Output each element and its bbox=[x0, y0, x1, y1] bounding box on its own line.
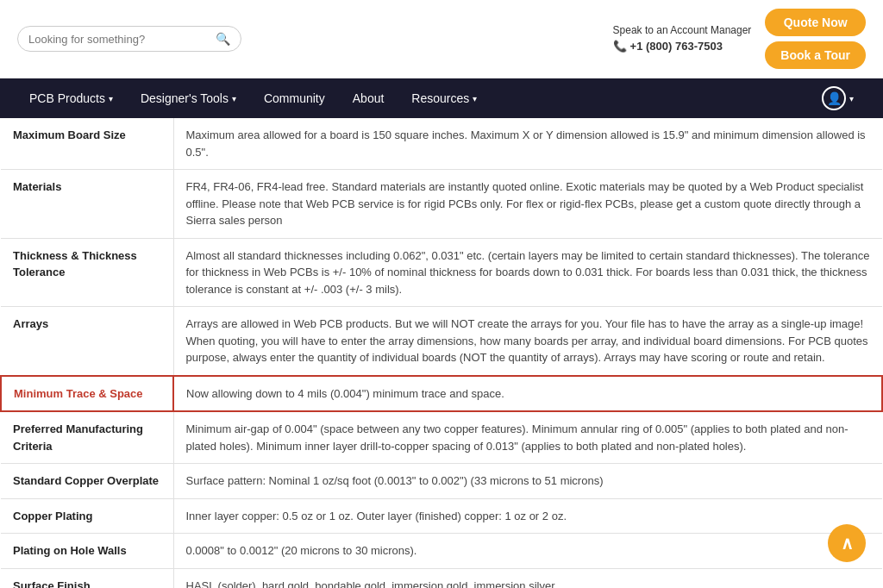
scroll-to-top-button[interactable]: ∧ bbox=[828, 524, 866, 562]
row-label: Thickness & Thickness Tolerance bbox=[1, 238, 173, 307]
row-value: Inner layer copper: 0.5 oz or 1 oz. Oute… bbox=[173, 498, 882, 534]
row-value: Minimum air-gap of 0.004" (space between… bbox=[173, 411, 882, 464]
table-row: Standard Copper OverplateSurface pattern… bbox=[1, 464, 882, 499]
chevron-down-icon: ▾ bbox=[109, 94, 113, 103]
search-input[interactable] bbox=[28, 33, 216, 46]
row-label: Maximum Board Size bbox=[1, 118, 173, 170]
nav-designers-tools-label: Designer's Tools bbox=[141, 91, 229, 105]
row-label: Arrays bbox=[1, 307, 173, 376]
table-row: Thickness & Thickness ToleranceAlmost al… bbox=[1, 238, 882, 307]
nav-designers-tools[interactable]: Designer's Tools ▾ bbox=[128, 78, 248, 118]
search-button[interactable]: 🔍 bbox=[216, 32, 230, 46]
chevron-up-icon: ∧ bbox=[841, 533, 854, 554]
row-value: Maximum area allowed for a board is 150 … bbox=[173, 118, 882, 170]
phone-icon: 📞 bbox=[613, 38, 627, 55]
table-row: Preferred Manufacturing CriteriaMinimum … bbox=[1, 411, 882, 464]
row-value: Surface pattern: Nominal 1 oz/sq foot (0… bbox=[173, 464, 882, 499]
content-table: Maximum Board SizeMaximum area allowed f… bbox=[0, 118, 883, 588]
chevron-down-icon: ▾ bbox=[232, 94, 236, 103]
row-label: Copper Plating bbox=[1, 498, 173, 534]
nav-resources[interactable]: Resources ▾ bbox=[399, 78, 489, 118]
row-value: Arrays are allowed in Web PCB products. … bbox=[173, 307, 882, 376]
row-value: FR4, FR4-06, FR4-lead free. Standard mat… bbox=[173, 170, 882, 239]
book-tour-button[interactable]: Book a Tour bbox=[765, 41, 866, 69]
nav-pcb-products-label: PCB Products bbox=[29, 91, 105, 105]
nav-about[interactable]: About bbox=[341, 78, 397, 118]
row-label: Materials bbox=[1, 170, 173, 239]
nav-community[interactable]: Community bbox=[252, 78, 337, 118]
table-row: ArraysArrays are allowed in Web PCB prod… bbox=[1, 307, 882, 376]
row-label: Plating on Hole Walls bbox=[1, 534, 173, 569]
row-value: Almost all standard thicknesses includin… bbox=[173, 238, 882, 307]
quote-now-button[interactable]: Quote Now bbox=[765, 9, 866, 36]
header-right: Speak to an Account Manager 📞 +1 (800) 7… bbox=[613, 9, 866, 69]
header-buttons: Quote Now Book a Tour bbox=[765, 9, 866, 69]
table-row: Copper PlatingInner layer copper: 0.5 oz… bbox=[1, 498, 882, 534]
nav-pcb-products[interactable]: PCB Products ▾ bbox=[17, 78, 125, 118]
nav-community-label: Community bbox=[264, 91, 325, 105]
table-row: Plating on Hole Walls0.0008" to 0.0012" … bbox=[1, 534, 882, 569]
nav-about-label: About bbox=[353, 91, 385, 105]
chevron-down-icon: ▾ bbox=[473, 94, 477, 103]
header: 🔍 Speak to an Account Manager 📞 +1 (800)… bbox=[0, 0, 883, 78]
table-row: MaterialsFR4, FR4-06, FR4-lead free. Sta… bbox=[1, 170, 882, 239]
table-row: Surface FinishHASL (solder), hard gold, … bbox=[1, 568, 882, 588]
phone-number: 📞 +1 (800) 763-7503 bbox=[613, 38, 752, 55]
specs-table: Maximum Board SizeMaximum area allowed f… bbox=[0, 118, 883, 588]
row-label: Standard Copper Overplate bbox=[1, 464, 173, 499]
table-row: Minimum Trace & SpaceNow allowing down t… bbox=[1, 376, 882, 412]
row-label: Minimum Trace & Space bbox=[1, 376, 173, 412]
table-row: Maximum Board SizeMaximum area allowed f… bbox=[1, 118, 882, 170]
chevron-down-icon: ▾ bbox=[849, 94, 854, 103]
row-value: 0.0008" to 0.0012" (20 microns to 30 mic… bbox=[173, 534, 882, 569]
navbar: PCB Products ▾ Designer's Tools ▾ Commun… bbox=[0, 78, 883, 118]
row-value: HASL (solder), hard gold, bondable gold,… bbox=[173, 568, 882, 588]
account-manager-label: Speak to an Account Manager bbox=[613, 22, 752, 38]
account-icon: 👤 bbox=[822, 86, 846, 110]
row-label: Preferred Manufacturing Criteria bbox=[1, 411, 173, 464]
nav-account[interactable]: 👤 ▾ bbox=[810, 78, 866, 118]
row-label: Surface Finish bbox=[1, 568, 173, 588]
nav-resources-label: Resources bbox=[411, 91, 469, 105]
row-value: Now allowing down to 4 mils (0.004") min… bbox=[173, 376, 882, 412]
search-container[interactable]: 🔍 bbox=[17, 26, 241, 52]
account-manager-info: Speak to an Account Manager 📞 +1 (800) 7… bbox=[613, 22, 752, 55]
